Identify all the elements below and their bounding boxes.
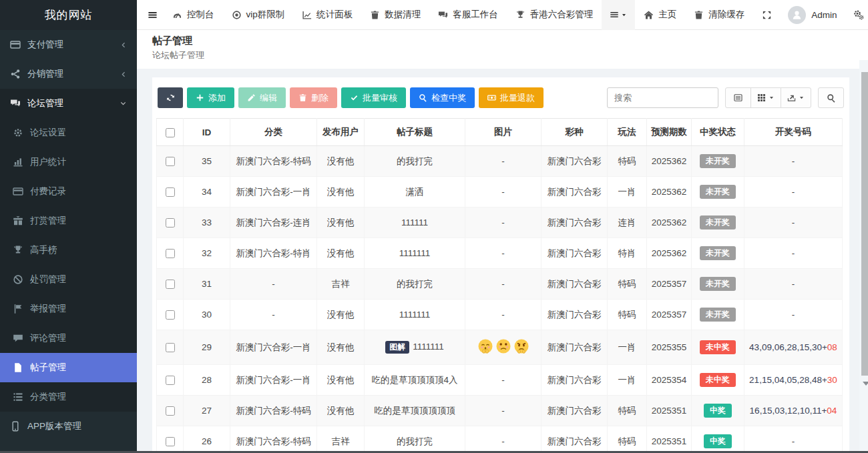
gift-icon: [13, 215, 23, 226]
nav-list-dropdown[interactable]: [602, 0, 635, 30]
row-checkbox[interactable]: [166, 376, 175, 385]
cell-id: 32: [184, 238, 230, 269]
sidebar-item-category-admin[interactable]: 分类管理: [0, 382, 137, 412]
sidebar-item-punishment[interactable]: 处罚管理: [0, 265, 137, 294]
trash-icon: [370, 10, 380, 20]
table-row[interactable]: 33新澳门六合彩-连肖没有他111111-新澳门六合彩连肖2025362未开奖-: [157, 207, 843, 238]
cell-category: 新澳门六合彩-特码: [230, 426, 317, 453]
export-button[interactable]: [781, 87, 811, 108]
table-row[interactable]: 32新澳门六合彩-特肖没有他1111111-新澳门六合彩特肖2025362未开奖…: [157, 238, 843, 269]
batch-review-button[interactable]: 批量审核: [341, 87, 406, 108]
sidebar-item-leaderboard[interactable]: 高手榜: [0, 236, 137, 265]
add-button[interactable]: 添加: [187, 87, 234, 108]
table-row[interactable]: 29新澳门六合彩-一肖没有他图解1111111新澳门六合彩一肖2025355未中…: [157, 330, 843, 365]
column-header[interactable]: 彩种: [541, 119, 608, 146]
settings-button[interactable]: [845, 0, 868, 30]
column-header[interactable]: 帖子标题: [365, 119, 465, 146]
sidebar-item-forum[interactable]: 论坛管理: [0, 89, 137, 118]
column-header[interactable]: 玩法: [608, 119, 647, 146]
sidebar-item-comment-admin[interactable]: 评论管理: [0, 324, 137, 353]
table-row[interactable]: 34新澳门六合彩-一肖没有他潇洒-新澳门六合彩一肖2025362未开奖-: [157, 177, 843, 207]
cell-select[interactable]: [157, 330, 184, 365]
sidebar-item-reward-admin[interactable]: 打赏管理: [0, 206, 137, 236]
vertical-scrollbar[interactable]: [859, 60, 868, 453]
search-submit-button[interactable]: [818, 87, 844, 108]
cell-user: 没有他: [317, 330, 365, 365]
table-row[interactable]: 31-吉祥的我打完-新澳门六合彩特码2025357未开奖-: [157, 269, 843, 300]
cell-select[interactable]: [157, 207, 184, 238]
refresh-button[interactable]: [158, 87, 183, 108]
sidebar-item-label: 付费记录: [30, 185, 66, 197]
cell-select[interactable]: [157, 300, 184, 330]
column-header[interactable]: 发布用户: [317, 119, 365, 146]
cell-select[interactable]: [157, 426, 184, 453]
clear-cache-button[interactable]: 清除缓存: [685, 0, 753, 30]
delete-button[interactable]: 删除: [290, 87, 337, 108]
post-images[interactable]: [477, 338, 529, 356]
column-header[interactable]: 开奖号码: [744, 119, 843, 146]
cell-select[interactable]: [157, 396, 184, 426]
cell-select[interactable]: [157, 365, 184, 396]
row-checkbox[interactable]: [166, 343, 175, 352]
sidebar-item-distribution[interactable]: 分销管理: [0, 59, 137, 89]
sidebar-item-app-version[interactable]: APP版本管理: [0, 412, 137, 441]
topbar-item-hk-lottery-admin[interactable]: 香港六合彩管理: [507, 0, 602, 30]
fullscreen-button[interactable]: [753, 0, 780, 30]
row-checkbox[interactable]: [166, 280, 175, 289]
home-label: 主页: [658, 9, 676, 21]
topbar-item-data-cleanup[interactable]: 数据清理: [361, 0, 429, 30]
column-header[interactable]: 图片: [465, 119, 541, 146]
topbar-item-service-workbench[interactable]: 客服工作台: [429, 0, 507, 30]
column-header[interactable]: ID: [184, 119, 230, 146]
sidebar-toggle-button[interactable]: [141, 0, 164, 30]
sidebar-item-user-stats[interactable]: 用户统计: [0, 147, 137, 177]
column-header[interactable]: 中奖状态: [692, 119, 744, 146]
select-all-header[interactable]: [157, 119, 184, 146]
trash-icon: [694, 10, 704, 20]
search-input[interactable]: [607, 87, 718, 108]
column-header[interactable]: 预测期数: [647, 119, 692, 146]
scroll-down-arrow[interactable]: [863, 382, 868, 386]
column-header[interactable]: 分类: [230, 119, 317, 146]
cell-image: -: [465, 269, 541, 300]
edit-button[interactable]: 编辑: [238, 87, 286, 108]
topbar-item-console[interactable]: 控制台: [164, 0, 223, 30]
batch-refund-button[interactable]: 批量退款: [479, 87, 544, 108]
user-menu[interactable]: Admin: [780, 0, 845, 30]
sidebar-item-payment-records[interactable]: 付费记录: [0, 177, 137, 206]
select-all-checkbox[interactable]: [166, 128, 175, 137]
row-checkbox[interactable]: [166, 218, 175, 228]
scrollbar-thumb[interactable]: [861, 72, 868, 376]
table-row[interactable]: 28新澳门六合彩-一肖没有他吃的是草顶顶顶顶4入-新澳门六合彩一肖2025354…: [157, 365, 843, 396]
home-button[interactable]: 主页: [635, 0, 685, 30]
table-row[interactable]: 30-没有他1111111-新澳门六合彩特码2025357未开奖-: [157, 300, 843, 330]
table-row[interactable]: 27新澳门六合彩-特码没有他吃的是草顶顶顶顶顶-新澳门六合彩特码2025351中…: [157, 396, 843, 426]
topbar-item-vip-group-limit[interactable]: vip群限制: [223, 0, 294, 30]
sidebar-item-post-admin[interactable]: 帖子管理: [0, 353, 137, 382]
toggle-view-button[interactable]: [725, 87, 751, 108]
cell-select[interactable]: [157, 146, 184, 177]
row-checkbox[interactable]: [166, 437, 175, 446]
row-checkbox[interactable]: [166, 406, 175, 416]
cell-select[interactable]: [157, 269, 184, 300]
sidebar-item-report-admin[interactable]: 举报管理: [0, 294, 137, 324]
columns-button[interactable]: [750, 87, 781, 108]
batch-refund-button-label: 批量退款: [500, 92, 535, 104]
topbar-item-stats-panel[interactable]: 统计面板: [293, 0, 361, 30]
table-row[interactable]: 26新澳门六合彩-特码吉祥的我打完-新澳门六合彩特码2025351中奖-: [157, 426, 843, 453]
check-win-button[interactable]: 检查中奖: [410, 87, 475, 108]
cell-numbers: 16,15,03,12,10,11+04: [744, 396, 843, 426]
sidebar-item-payment[interactable]: 支付管理: [0, 30, 137, 59]
row-checkbox[interactable]: [166, 157, 175, 166]
row-checkbox[interactable]: [166, 310, 175, 320]
cell-select[interactable]: [157, 177, 184, 207]
row-checkbox[interactable]: [166, 249, 175, 258]
brand-title[interactable]: 我的网站: [0, 0, 137, 30]
row-checkbox[interactable]: [166, 187, 175, 197]
sidebar-item-label: 评论管理: [30, 332, 66, 344]
sidebar-item-label: 论坛管理: [27, 97, 63, 109]
cell-select[interactable]: [157, 238, 184, 269]
table-row[interactable]: 35新澳门六合彩-特码没有他的我打完-新澳门六合彩特码2025362未开奖-: [157, 146, 843, 177]
sidebar-item-forum-settings[interactable]: 论坛设置: [0, 118, 137, 147]
cell-user: 吉祥: [317, 269, 365, 300]
